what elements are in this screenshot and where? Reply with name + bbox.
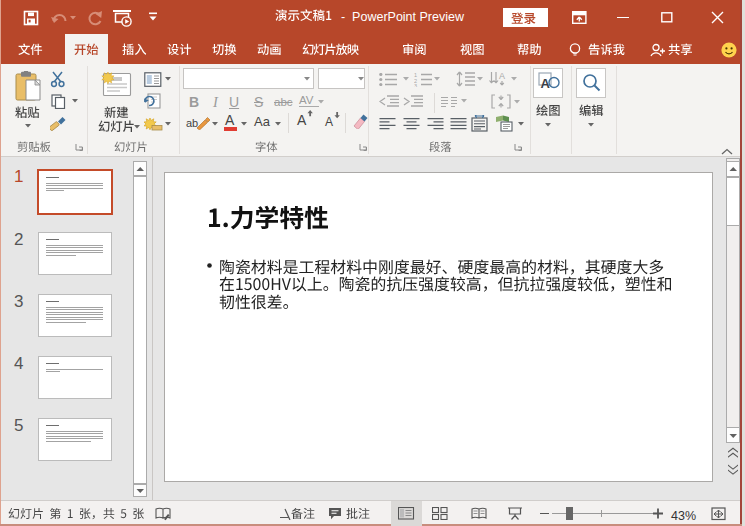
svg-text:3: 3	[414, 83, 417, 87]
svg-text:A: A	[499, 71, 505, 81]
